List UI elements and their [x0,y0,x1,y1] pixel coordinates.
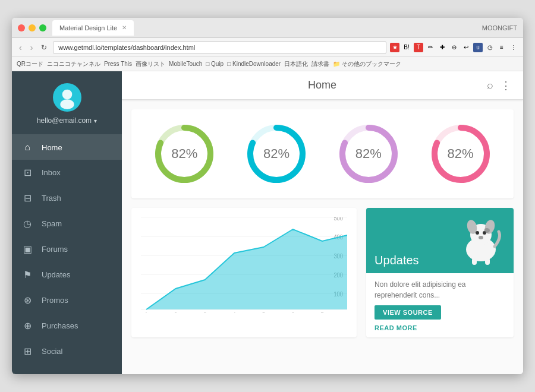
sidebar-nav: ⌂ Home ⊡ Inbox ⊟ Trash ◷ Spam ▣ Forums [12,135,122,374]
trash-icon: ⊟ [21,192,33,204]
dashboard-content: 82% 82% [122,100,523,374]
sidebar-profile: hello@email.com ▾ [12,71,122,135]
sidebar-item-spam[interactable]: ◷ Spam [12,211,122,236]
home-icon: ⌂ [21,142,33,153]
minimize-dot[interactable] [29,24,36,31]
clock-icon[interactable]: ◷ [485,43,495,52]
svg-rect-37 [472,258,477,265]
profile-email[interactable]: hello@email.com ▾ [37,116,97,125]
svg-text:1: 1 [145,311,148,312]
svg-text:3: 3 [203,311,206,312]
search-icon[interactable]: ⌕ [487,79,493,92]
email-text: hello@email.com [37,116,92,125]
charts-row: 82% 82% [131,109,514,198]
nav-purchases-label: Purchases [42,321,78,330]
nav-trash-label: Trash [42,194,61,203]
nav-forums-label: Forums [42,245,68,254]
bookmark-imagelist[interactable]: 画像リスト [136,60,165,68]
purchases-icon: ⊕ [21,320,33,331]
star-icon[interactable]: ★ [390,43,399,52]
svg-point-35 [479,236,483,239]
more-icon[interactable]: ⋮ [501,79,511,92]
sidebar-item-home[interactable]: ⌂ Home [12,135,122,160]
svg-text:4: 4 [233,311,237,312]
svg-text:500: 500 [334,217,343,222]
sidebar: hello@email.com ▾ ⌂ Home ⊡ Inbox ⊟ Trash [12,71,122,374]
donut-chart-4: 82% [428,121,493,186]
moongift-label: MOONGIFT [482,24,517,31]
updates-image: Updates [366,208,514,273]
svg-point-33 [476,231,479,235]
dog-illustration [454,214,508,267]
layers-icon[interactable]: ≡ [497,43,506,52]
sidebar-item-social[interactable]: ⊞ Social [12,339,122,364]
close-dot[interactable] [18,24,25,31]
social-nav-icon: ⊞ [21,346,33,357]
address-bar[interactable]: www.getmdl.io/templates/dashboard/index.… [53,41,386,54]
chart-card: 500 400 300 200 100 1 2 3 [131,208,357,337]
svg-point-36 [484,228,490,233]
bookmark-other[interactable]: 📁 その他のブックマーク [333,60,401,68]
sidebar-item-promos[interactable]: ⊛ Promos [12,287,122,313]
nav-inbox-label: Inbox [42,168,61,177]
sidebar-item-forums[interactable]: ▣ Forums [12,236,122,262]
sidebar-item-trash[interactable]: ⊟ Trash [12,185,122,211]
sidebar-item-inbox[interactable]: ⊡ Inbox [12,160,122,185]
donut-label-2: 82% [263,146,289,162]
bookmark-kindle[interactable]: □ KindleDownloader [227,61,281,67]
main-header: Home ⌕ ⋮ [122,71,523,100]
bookmark-qrcode[interactable]: QRコード [17,60,43,68]
address-text: www.getmdl.io/templates/dashboard/index.… [58,44,195,51]
updates-card-title: Updates [374,254,419,267]
sidebar-item-updates[interactable]: ⚑ Updates [12,262,122,287]
tool-icon-4[interactable]: ⊖ [449,43,459,52]
tab-close-icon[interactable]: ✕ [122,24,127,31]
spam-icon: ◷ [21,218,33,229]
tab-title: Material Design Lite [59,24,117,31]
bookmark-quip[interactable]: □ Quip [206,61,224,67]
browser-toolbar: ‹ › ↻ www.getmdl.io/templates/dashboard/… [12,38,523,57]
read-more-link[interactable]: READ MORE [374,324,505,331]
forums-icon: ▣ [21,244,33,255]
browser-titlebar: Material Design Lite ✕ MOONGIFT [12,18,523,38]
header-actions: ⌕ ⋮ [487,79,511,92]
page-title: Home [158,79,487,91]
social-icon[interactable]: u [473,43,483,52]
updates-text: Non dolore elit adipisicing ea reprehend… [374,279,505,301]
bookmark-pressthis[interactable]: Press This [104,61,132,67]
nav-promos-label: Promos [42,296,68,305]
donut-chart-3: 82% [336,121,401,186]
nav-updates-label: Updates [42,270,70,279]
tool-icon-5[interactable]: ↩ [461,43,471,52]
bottom-row: 500 400 300 200 100 1 2 3 [131,208,514,337]
inbox-icon: ⊡ [21,167,33,178]
bookmark-nihongo[interactable]: 日本語化 [284,60,308,68]
browser-window: Material Design Lite ✕ MOONGIFT ‹ › ↻ ww… [12,18,523,374]
donut-chart-2: 82% [244,121,309,186]
maximize-dot[interactable] [39,24,46,31]
forward-button[interactable]: › [28,42,36,53]
svg-text:5: 5 [262,311,265,312]
bookmark-seikyusho[interactable]: 請求書 [311,60,329,68]
back-button[interactable]: ‹ [17,42,24,53]
bookmark-niconico[interactable]: ニコニコチャンネル [47,60,100,68]
svg-marker-21 [146,229,347,309]
donut-chart-1: 82% [152,121,217,186]
nav-social-label: Social [42,347,62,356]
tool-icon-2[interactable]: ✏ [426,43,435,52]
tool-icon-3[interactable]: ✚ [438,43,447,52]
view-source-button[interactable]: VIEW SOURCE [374,305,441,320]
donut-label-1: 82% [171,146,197,162]
svg-rect-38 [485,258,490,265]
menu-icon[interactable]: ⋮ [509,43,518,52]
tool-icon-1[interactable]: T [414,43,423,52]
bookmark-mobiletouch[interactable]: MobileTouch [169,61,202,67]
bookmark-icon[interactable]: B! [402,43,411,52]
svg-point-1 [60,99,74,109]
sidebar-item-purchases[interactable]: ⊕ Purchases [12,313,122,339]
updates-body: Non dolore elit adipisicing ea reprehend… [366,273,514,337]
refresh-button[interactable]: ↻ [39,42,49,53]
donut-label-4: 82% [448,146,474,162]
updates-icon: ⚑ [21,269,33,280]
browser-tab[interactable]: Material Design Lite ✕ [52,20,134,36]
